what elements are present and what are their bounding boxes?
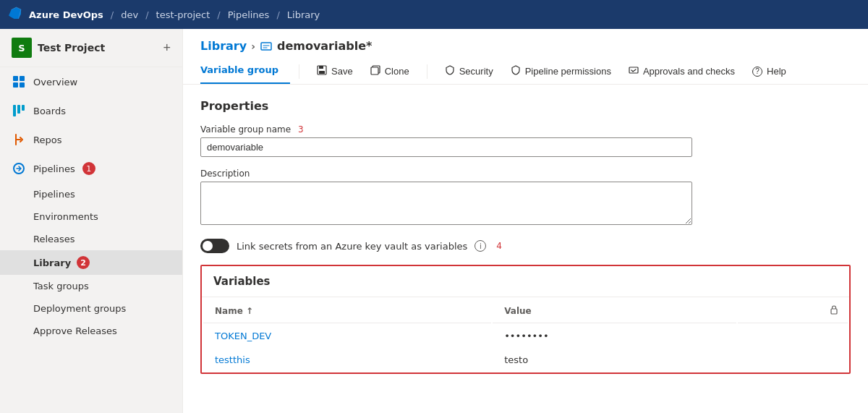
variable-name-cell: testthis [203,349,491,371]
annotation-4: 4 [496,241,502,251]
description-label: Description [200,169,250,179]
tab-variable-group[interactable]: Variable group [200,59,290,84]
save-icon [317,65,327,77]
sidebar-item-boards[interactable]: Boards [0,96,182,125]
sidebar: S Test Project + Overview Boards Repos [0,29,183,413]
variable-name-link[interactable]: TOKEN_DEV [215,331,271,341]
properties-area: Properties Variable group name 3 Descrip… [183,85,868,413]
variable-lock-cell [738,349,848,371]
variable-value-cell: testo [493,349,736,371]
sidebar-item-overview[interactable]: Overview [0,67,182,96]
variable-group-name-input[interactable] [200,137,692,157]
sidebar-item-deploymentgroups[interactable]: Deployment groups [0,297,182,320]
approvals-checks-button[interactable]: Approvals and checks [620,61,744,82]
sidebar-item-taskgroups[interactable]: Task groups [0,275,182,297]
breadcrumb-separator: › [251,41,255,52]
nav-pipelines[interactable]: Pipelines [228,9,270,20]
variable-group-icon [260,40,273,53]
security-button[interactable]: Security [436,61,502,82]
main-layout: S Test Project + Overview Boards Repos [0,29,868,413]
nav-library[interactable]: Library [287,9,320,20]
help-label: Help [767,66,786,77]
variable-group-name-label: Variable group name [200,124,291,135]
nav-sep-2: / [145,9,148,20]
toolbar: Variable group Save Clone Sec [183,59,868,85]
sidebar-item-taskgroups-label: Task groups [33,281,89,291]
add-project-button[interactable]: + [163,41,171,56]
sidebar-item-pipelines[interactable]: Pipelines 1 [0,154,182,183]
sidebar-item-environments-label: Environments [33,211,98,222]
variable-name-link[interactable]: testthis [215,354,250,365]
toggle-knob [203,241,213,251]
pipelines-badge: 1 [82,162,95,175]
sidebar-item-approvereleases-label: Approve Releases [33,325,117,336]
approvals-icon [629,65,639,77]
svg-rect-14 [629,67,638,73]
sidebar-item-releases-label: Releases [33,234,75,244]
svg-rect-8 [261,43,271,50]
description-label-row: Description [200,169,851,179]
svg-rect-15 [831,309,837,314]
key-vault-toggle[interactable] [200,239,229,253]
save-button[interactable]: Save [308,61,362,82]
azure-devops-logo [9,6,23,23]
table-row: testthis testo [203,349,848,371]
col-header-value: Value [493,299,736,323]
pipeline-permissions-button[interactable]: Pipeline permissions [502,61,620,82]
project-icon: S [12,38,32,58]
sidebar-item-repos[interactable]: Repos [0,125,182,154]
description-textarea[interactable] [200,182,692,225]
sidebar-item-pipelines-label: Pipelines [33,163,75,174]
key-vault-toggle-row: Link secrets from an Azure key vault as … [200,239,851,253]
approvals-label: Approvals and checks [643,66,735,77]
table-row: TOKEN_DEV •••••••• [203,325,848,347]
col-header-lock [738,299,848,323]
project-name: Test Project [38,42,163,54]
clone-label: Clone [385,66,409,77]
repos-icon [12,132,26,147]
sidebar-item-releases[interactable]: Releases [0,228,182,250]
sidebar-item-overview-label: Overview [33,77,77,88]
variables-title: Variables [202,266,849,297]
pipeline-permissions-label: Pipeline permissions [525,66,611,77]
nav-dev[interactable]: dev [121,9,138,20]
svg-rect-1 [20,76,25,81]
variable-value-cell: •••••••• [493,325,736,347]
annotation-3: 3 [298,124,304,135]
svg-rect-13 [371,67,378,74]
nav-project[interactable]: test-project [156,9,210,20]
sidebar-item-library-label: Library [33,257,71,268]
toolbar-divider-1 [299,64,299,79]
top-nav: Azure DevOps / dev / test-project / Pipe… [0,0,868,29]
svg-rect-2 [13,82,18,88]
sidebar-item-deploygroups-label: Deployment groups [33,303,126,314]
nav-sep-4: / [276,9,279,20]
security-label: Security [459,66,493,77]
sidebar-item-pipelines-sub[interactable]: Pipelines [0,183,182,205]
variable-lock-cell [738,325,848,347]
sidebar-item-repos-label: Repos [33,135,61,145]
main-content: Library › demovariable* Variable group S… [183,29,868,413]
clone-button[interactable]: Clone [362,61,418,82]
tab-variable-group-label: Variable group [200,64,278,75]
sidebar-item-boards-label: Boards [33,106,66,116]
svg-rect-4 [13,105,16,116]
breadcrumb: Library › demovariable* [183,29,868,53]
svg-rect-11 [319,71,325,74]
key-vault-info-icon[interactable]: i [475,240,486,252]
svg-rect-6 [22,105,25,111]
pipelines-icon [12,161,26,176]
help-button[interactable]: ? Help [744,61,795,81]
sidebar-item-approvereleases[interactable]: Approve Releases [0,320,182,342]
sidebar-item-environments[interactable]: Environments [0,205,182,228]
sidebar-item-library[interactable]: Library 2 [0,250,182,275]
breadcrumb-library-link[interactable]: Library [200,39,247,53]
col-header-name: Name ↑ [203,299,491,323]
nav-sep-1: / [111,9,114,20]
variable-group-name-field: Variable group name 3 [200,124,851,157]
help-icon: ? [752,67,762,77]
sidebar-header: S Test Project + [0,29,182,67]
variables-section: Variables Name ↑ Value TOKEN_DE [200,265,851,374]
security-icon [445,65,455,77]
properties-title: Properties [200,99,851,113]
